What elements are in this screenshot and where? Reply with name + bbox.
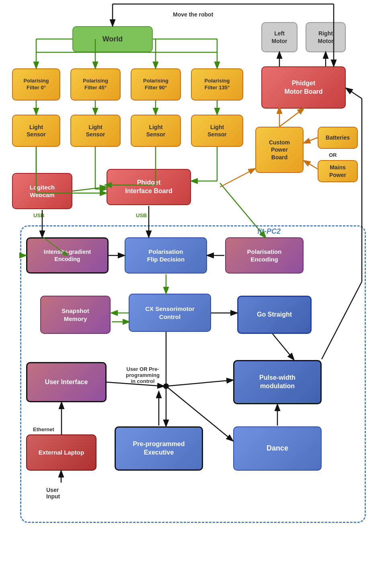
light-sensor-1-block: LightSensor <box>12 115 60 147</box>
polarisation-encoding-block: PolarisationEncoding <box>225 237 304 274</box>
polarising-135-block: PolarisingFilter 135° <box>191 68 243 101</box>
user-input-label: UserInput <box>46 487 60 500</box>
svg-line-32 <box>304 161 318 169</box>
polarising-45-block: PolarisingFilter 45° <box>70 68 121 101</box>
mains-power-block: MainsPower <box>318 160 358 182</box>
usb-label-2: USB <box>136 212 147 218</box>
go-straight-block: Go Straight <box>237 296 312 334</box>
polarising-0-block: PolarisingFilter 0° <box>12 68 60 101</box>
intensity-gradient-block: Intensity-gradientEncoding <box>26 237 109 274</box>
or-label-1: OR <box>329 152 337 158</box>
svg-line-31 <box>304 138 318 143</box>
right-motor-block: RightMotor <box>306 22 346 52</box>
user-or-label: User OR Pre-programmingin control <box>115 366 171 384</box>
light-sensor-4-block: LightSensor <box>191 115 243 147</box>
polarising-90-block: PolarisingFilter 90° <box>131 68 181 101</box>
custom-power-block: CustomPowerBoard <box>255 127 304 173</box>
external-laptop-block: External Laptop <box>26 434 96 471</box>
ethernet-label: Ethernet <box>33 426 54 432</box>
light-sensor-3-block: LightSensor <box>131 115 181 147</box>
svg-line-29 <box>279 109 304 127</box>
phidget-interface-block: PhidgetInterface Board <box>107 169 191 205</box>
phidget-motor-block: PhidgetMotor Board <box>261 66 346 109</box>
usb-label-1: USB <box>33 212 44 218</box>
pulse-width-block: Pulse-widthmodulation <box>233 360 322 404</box>
light-sensor-2-block: LightSensor <box>70 115 121 147</box>
pre-programmed-block: Pre-programmedExecutive <box>115 426 203 471</box>
world-block: World <box>72 26 153 52</box>
move-robot-label: Move the robot <box>173 11 213 18</box>
polarisation-flip-block: PolarisationFlip Decision <box>125 237 207 274</box>
snapshot-memory-block: SnapshotMemory <box>40 296 111 334</box>
user-interface-block: User Interface <box>26 362 107 402</box>
logitech-webcam-block: LogitechWebcam <box>12 173 72 209</box>
fitpc2-label: fit-PC2 <box>257 227 281 236</box>
diagram: fit-PC2 Move the robot World LeftMotor R… <box>0 0 392 570</box>
batteries-block: Batteries <box>318 127 358 149</box>
svg-line-27 <box>72 187 106 191</box>
cx-sensorimotor-block: CX SensorimotorControl <box>129 294 211 332</box>
left-motor-block: LeftMotor <box>261 22 298 52</box>
svg-line-53 <box>347 88 362 99</box>
dance-block: Dance <box>233 426 322 471</box>
svg-line-28 <box>220 169 254 187</box>
